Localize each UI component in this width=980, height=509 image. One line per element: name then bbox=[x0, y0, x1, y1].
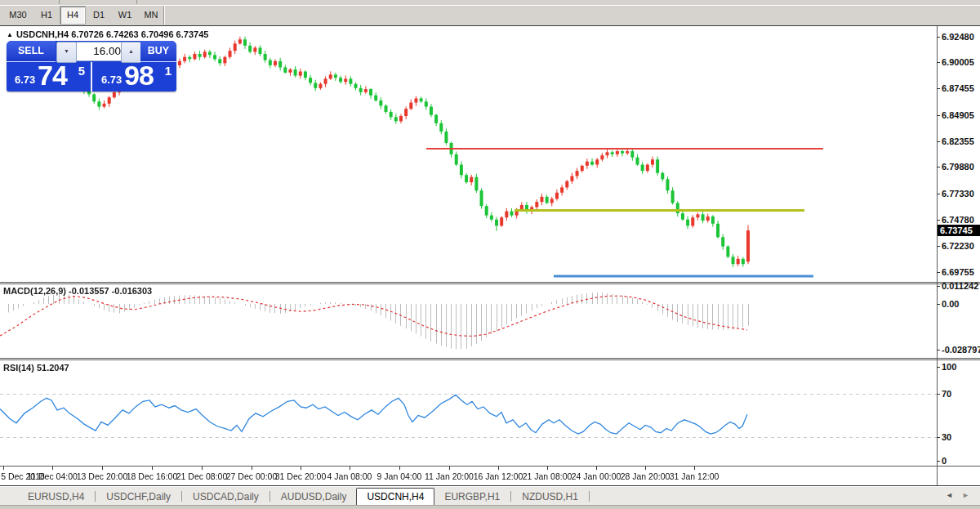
time-tick bbox=[152, 467, 153, 470]
time-tick bbox=[202, 467, 203, 470]
price-tick-tick bbox=[937, 246, 940, 247]
rsi-tick-tick bbox=[937, 367, 940, 368]
rsi-tick-tick bbox=[937, 394, 940, 395]
price-tick-label: 6.69755 bbox=[942, 267, 974, 277]
panel-separator[interactable] bbox=[0, 284, 980, 284]
time-tick bbox=[3, 467, 4, 470]
sell-price-quote[interactable]: 6.73 74 5 bbox=[7, 62, 90, 92]
time-label: 16 Jan 12:00 bbox=[474, 471, 523, 481]
chart-collapse-icon[interactable]: ▲ bbox=[7, 31, 13, 38]
time-tick bbox=[52, 467, 53, 470]
time-label: 27 Dec 00:00 bbox=[226, 471, 277, 481]
tab-eurgbp-h1[interactable]: EURGBP,H1 bbox=[434, 489, 510, 506]
timeframe-button-mn[interactable]: MN bbox=[139, 7, 163, 24]
price-tick-tick bbox=[937, 167, 940, 167]
current-price-badge: 6.73745 bbox=[938, 225, 980, 236]
time-label: 31 Dec 20:00 bbox=[275, 471, 326, 481]
time-label: 9 Jan 04:00 bbox=[377, 471, 422, 481]
time-tick bbox=[301, 467, 301, 470]
macd-tick-tick bbox=[937, 286, 940, 287]
panel-separator[interactable] bbox=[0, 282, 980, 283]
time-tick bbox=[596, 467, 597, 470]
sell-price-prefix: 6.73 bbox=[15, 74, 35, 86]
time-label: 21 Jan 08:00 bbox=[523, 471, 572, 481]
panel-separator[interactable] bbox=[0, 359, 980, 360]
tab-separator bbox=[95, 491, 96, 502]
quote-divider bbox=[91, 62, 92, 92]
time-tick bbox=[350, 467, 350, 470]
time-tick bbox=[547, 467, 548, 470]
price-tick-tick bbox=[937, 115, 940, 116]
time-axis: 5 Dec 201811 Dec 04:0013 Dec 20:0018 Dec… bbox=[0, 467, 937, 485]
price-tick-tick bbox=[937, 141, 940, 142]
rsi-tick-label: 70 bbox=[942, 389, 951, 399]
rsi-canvas[interactable] bbox=[0, 360, 937, 466]
price-tick-tick bbox=[937, 194, 940, 194]
rsi-tick-tick bbox=[937, 461, 940, 462]
macd-indicator-label: MACD(12,26,9) -0.013557 -0.016303 bbox=[3, 286, 152, 296]
price-tick-label: 6.90005 bbox=[942, 57, 974, 67]
time-tick bbox=[252, 467, 252, 470]
toolbar-separator bbox=[136, 0, 137, 4]
timeframe-button-h1[interactable]: H1 bbox=[34, 7, 59, 24]
chart-title: ▲USDCNH,H4 6.70726 6.74263 6.70496 6.737… bbox=[7, 29, 208, 39]
toolbar-separator bbox=[59, 0, 60, 4]
time-label: 4 Jan 08:00 bbox=[327, 471, 372, 481]
buy-price-prefix: 6.73 bbox=[101, 74, 122, 86]
tab-nzdusd-h1[interactable]: NZDUSD,H1 bbox=[512, 489, 588, 506]
buy-price-pip: 1 bbox=[165, 64, 172, 78]
toolbar-separator bbox=[163, 6, 165, 25]
timeframe-toolbar: M30H1H4D1W1MN bbox=[0, 6, 980, 25]
macd-tick-label: 0.011242 bbox=[942, 281, 978, 291]
price-tick-label: 6.77330 bbox=[942, 189, 974, 199]
panel-separator[interactable] bbox=[0, 358, 980, 359]
tab-separator bbox=[270, 491, 270, 502]
rsi-tick-label: 0 bbox=[942, 456, 947, 466]
time-tick bbox=[498, 467, 499, 470]
tab-usdcnh-h4[interactable]: USDCNH,H4 bbox=[356, 488, 434, 507]
timeframe-button-m30[interactable]: M30 bbox=[3, 7, 33, 24]
price-tick-tick bbox=[937, 272, 940, 273]
rsi-indicator-label: RSI(14) 51.2047 bbox=[3, 363, 69, 373]
price-tick-tick bbox=[937, 220, 940, 221]
tab-scroll-left-icon[interactable]: ◄ bbox=[946, 491, 953, 499]
tab-eurusd-h4[interactable]: EURUSD,H4 bbox=[18, 489, 94, 506]
price-tick-label: 6.87455 bbox=[942, 83, 974, 93]
macd-tick-label: -0.028797 bbox=[942, 345, 980, 355]
price-tick-label: 6.72230 bbox=[942, 241, 974, 251]
tab-usdchf-daily[interactable]: USDCHF,Daily bbox=[96, 489, 180, 506]
price-tick-tick bbox=[937, 88, 940, 89]
one-click-trading-panel: SELL ▼ 16.00 ▲ BUY 6.73 74 5 6.73 98 1 bbox=[7, 41, 176, 92]
rsi-tick-label: 100 bbox=[942, 362, 956, 372]
buy-price-quote[interactable]: 6.73 98 1 bbox=[93, 62, 176, 92]
sell-price-pip: 5 bbox=[78, 64, 85, 78]
time-label: 24 Jan 00:00 bbox=[572, 471, 621, 481]
mt4-application-window: { "toolbar": { "timeframes": [ {"label":… bbox=[0, 0, 980, 509]
tab-scroll-right-icon[interactable]: ► bbox=[962, 491, 969, 499]
time-label: 28 Jan 20:00 bbox=[621, 471, 670, 481]
tab-usdcad-daily[interactable]: USDCAD,Daily bbox=[183, 489, 269, 506]
upper-toolbar-edge bbox=[0, 0, 980, 6]
timeframe-button-w1[interactable]: W1 bbox=[113, 7, 137, 24]
rsi-tick-tick bbox=[937, 437, 940, 438]
time-tick bbox=[694, 467, 695, 470]
price-tick-label: 6.79880 bbox=[942, 162, 974, 172]
rsi-tick-label: 30 bbox=[942, 432, 951, 442]
chevron-down-icon: ▼ bbox=[64, 48, 69, 54]
chart-tab-bar: EURUSD,H4USDCHF,DailyUSDCAD,DailyAUDUSD,… bbox=[0, 486, 980, 506]
time-label: 31 Jan 12:00 bbox=[670, 471, 719, 481]
time-label: 11 Dec 04:00 bbox=[27, 471, 78, 481]
tab-audusd-daily[interactable]: AUDUSD,Daily bbox=[271, 489, 357, 506]
volume-input[interactable]: 16.00 bbox=[76, 42, 125, 61]
chart-title-text: USDCNH,H4 6.70726 6.74263 6.70496 6.7374… bbox=[16, 29, 208, 39]
price-axis-separator bbox=[937, 26, 938, 486]
price-tick-label: 6.82355 bbox=[942, 136, 974, 146]
time-label: 11 Jan 20:00 bbox=[425, 471, 474, 481]
timeframe-button-h4[interactable]: H4 bbox=[60, 7, 85, 24]
chart-tabs: EURUSD,H4USDCHF,DailyUSDCAD,DailyAUDUSD,… bbox=[18, 488, 590, 507]
macd-tick-label: 0.00 bbox=[942, 299, 959, 309]
timeframe-button-d1[interactable]: D1 bbox=[87, 7, 111, 24]
tab-separator bbox=[510, 491, 511, 502]
macd-tick-tick bbox=[937, 304, 940, 305]
tab-separator bbox=[181, 491, 182, 502]
